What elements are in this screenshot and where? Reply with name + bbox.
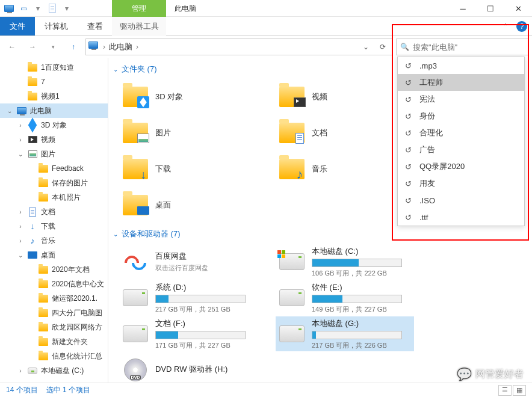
sidebar-item[interactable]: 2020年文档 bbox=[0, 262, 108, 277]
folder-tile[interactable]: 桌面 bbox=[119, 188, 258, 223]
folder-tile[interactable]: 图片 bbox=[119, 115, 258, 150]
ribbon-expand-icon[interactable]: ⌃ bbox=[497, 18, 514, 35]
search-box[interactable]: 🔍 bbox=[396, 38, 528, 55]
sidebar-item-label: 本机照片 bbox=[52, 192, 81, 203]
pc-icon bbox=[17, 106, 26, 115]
tree-toggle-icon[interactable]: ⌄ bbox=[17, 151, 24, 158]
view-details-button[interactable]: ☰ bbox=[498, 385, 512, 396]
folder-tile[interactable]: ♪ 音乐 bbox=[276, 152, 414, 186]
drive-tile[interactable]: 系统 (D:) 217 GB 可用，共 251 GB bbox=[119, 280, 258, 315]
sidebar-item-label: 此电脑 bbox=[30, 106, 52, 116]
sidebar-item[interactable]: › 文档 bbox=[0, 205, 108, 219]
folder-icon bbox=[39, 164, 48, 173]
search-icon: 🔍 bbox=[400, 43, 409, 51]
qat-pin-icon[interactable]: ▭ bbox=[17, 2, 30, 15]
nav-sidebar[interactable]: 1百度知道 7 视频1 ⌄ 此电脑 › 3D 对象 › 视频 ⌄ 图片 Feed… bbox=[0, 58, 108, 383]
search-history-popup[interactable]: ↺ .mp3 ↺ 工程师 ↺ 宪法 ↺ 身份 ↺ 合理化 ↺ 广告 ↺ QQ录屏… bbox=[397, 57, 525, 226]
folder-tile[interactable]: ↓ 下载 bbox=[119, 152, 258, 186]
forward-button[interactable]: → bbox=[24, 38, 41, 55]
address-dropdown[interactable]: ⌄ bbox=[359, 40, 373, 54]
sidebar-item[interactable]: 欣龙园区网络方 bbox=[0, 320, 108, 334]
minimize-button[interactable]: ─ bbox=[449, 0, 477, 17]
sidebar-item[interactable]: › 视频 bbox=[0, 132, 108, 147]
tab-view[interactable]: 查看 bbox=[78, 17, 113, 35]
sidebar-item-this-pc[interactable]: ⌄ 此电脑 bbox=[0, 103, 108, 118]
drive-tile[interactable]: 本地磁盘 (C:) 106 GB 可用，共 222 GB bbox=[276, 244, 414, 279]
view-tiles-button[interactable]: ▦ bbox=[513, 385, 526, 396]
search-history-item[interactable]: ↺ 用友 bbox=[398, 175, 524, 192]
search-history-item[interactable]: ↺ 宪法 bbox=[398, 91, 524, 108]
group-header-drives[interactable]: ⌄ 设备和驱动器 (7) bbox=[113, 229, 526, 239]
folder-tile[interactable]: 视频 bbox=[276, 79, 414, 114]
folder-tile[interactable]: 文档 bbox=[276, 115, 414, 150]
sidebar-item[interactable]: 2020信息中心文 bbox=[0, 277, 108, 291]
drive-tile-dvd[interactable]: DVD DVD RW 驱动器 (H:) bbox=[119, 352, 258, 383]
tile-label: 本地磁盘 (G:) bbox=[312, 318, 412, 329]
folder-icon bbox=[39, 192, 48, 202]
sidebar-item[interactable]: Feedback bbox=[0, 161, 108, 176]
tree-collapse-icon[interactable]: ⌄ bbox=[6, 108, 13, 114]
search-history-item[interactable]: ↺ .ttf bbox=[398, 209, 524, 226]
tile-freespace: 171 GB 可用，共 227 GB bbox=[155, 341, 255, 350]
sidebar-item[interactable]: 视频1 bbox=[0, 89, 108, 103]
tree-toggle-icon[interactable]: › bbox=[17, 122, 24, 129]
tree-toggle-icon[interactable]: ⌄ bbox=[17, 252, 24, 259]
sidebar-item[interactable]: 信息化统计汇总 bbox=[0, 349, 108, 363]
usage-bar bbox=[312, 331, 402, 339]
tile-subtitle: 双击运行百度网盘 bbox=[155, 263, 255, 272]
sidebar-item-label: 视频 bbox=[41, 135, 55, 145]
qat-dropdown-icon[interactable]: ▾ bbox=[31, 2, 45, 15]
tree-toggle-icon[interactable]: › bbox=[17, 238, 24, 244]
sidebar-item[interactable]: ⌄ 桌面 bbox=[0, 248, 108, 262]
history-label: .ttf bbox=[419, 213, 428, 222]
search-history-item[interactable]: ↺ 身份 bbox=[398, 108, 524, 125]
recent-locations-dropdown[interactable]: ▾ bbox=[45, 38, 61, 55]
search-input[interactable] bbox=[413, 43, 524, 52]
sidebar-item[interactable]: 新建文件夹 bbox=[0, 334, 108, 349]
drive-tile[interactable]: 文档 (F:) 171 GB 可用，共 227 GB bbox=[119, 316, 258, 351]
address-bar[interactable]: › 此电脑 › ⌄ ⟳ bbox=[85, 38, 392, 55]
search-history-item[interactable]: ↺ 合理化 bbox=[398, 125, 524, 141]
sidebar-item[interactable]: 储运部2020.1. bbox=[0, 291, 108, 306]
search-history-item[interactable]: ↺ .ISO bbox=[398, 192, 524, 209]
search-history-item[interactable]: ↺ 工程师 bbox=[398, 74, 524, 91]
qat-overflow-icon[interactable]: ▾ bbox=[60, 2, 73, 15]
history-label: 身份 bbox=[419, 111, 435, 122]
close-button[interactable]: ✕ bbox=[504, 0, 532, 17]
sidebar-item[interactable]: › ♪ 音乐 bbox=[0, 233, 108, 248]
help-icon[interactable]: ? bbox=[516, 21, 527, 32]
search-history-item[interactable]: ↺ QQ录屏2020 bbox=[398, 158, 524, 175]
sidebar-item[interactable]: ⌄ 图片 bbox=[0, 147, 108, 161]
sidebar-item[interactable]: 四大分厂电脑图 bbox=[0, 306, 108, 320]
sidebar-item[interactable]: › 3D 对象 bbox=[0, 118, 108, 132]
sidebar-item[interactable]: 保存的图片 bbox=[0, 176, 108, 190]
refresh-button[interactable]: ⟳ bbox=[376, 40, 389, 54]
tree-toggle-icon[interactable]: › bbox=[17, 223, 24, 230]
sidebar-item[interactable]: 1百度知道 bbox=[0, 60, 108, 75]
maximize-button[interactable]: ☐ bbox=[477, 0, 504, 17]
search-history-item[interactable]: ↺ .mp3 bbox=[398, 57, 524, 74]
tree-toggle-icon[interactable]: › bbox=[17, 209, 24, 215]
search-history-item[interactable]: ↺ 广告 bbox=[398, 141, 524, 158]
sidebar-item[interactable]: › ↓ 下载 bbox=[0, 219, 108, 233]
sidebar-item[interactable]: › 本地磁盘 (C:) bbox=[0, 363, 108, 378]
back-button[interactable]: ← bbox=[4, 38, 20, 55]
drive-tile-baidu[interactable]: 百度网盘 双击运行百度网盘 bbox=[119, 244, 258, 279]
sidebar-item[interactable]: 7 bbox=[0, 75, 108, 89]
drive-tile[interactable]: 本地磁盘 (G:) 217 GB 可用，共 226 GB bbox=[276, 316, 414, 351]
tile-label: 下载 bbox=[155, 164, 171, 174]
tab-file[interactable]: 文件 bbox=[0, 17, 35, 35]
tab-drive-tools[interactable]: 驱动器工具 bbox=[112, 17, 166, 36]
breadcrumb[interactable]: 此电脑 bbox=[109, 42, 132, 52]
drive-tile[interactable]: 软件 (E:) 149 GB 可用，共 227 GB bbox=[276, 280, 414, 315]
doc-icon bbox=[278, 119, 306, 147]
tree-toggle-icon[interactable]: › bbox=[17, 368, 24, 374]
folder-tile[interactable]: 3D 对象 bbox=[119, 79, 258, 114]
history-label: 工程师 bbox=[419, 77, 443, 88]
tree-toggle-icon[interactable]: › bbox=[17, 137, 24, 143]
qat-doc-icon[interactable] bbox=[46, 2, 59, 15]
tab-computer[interactable]: 计算机 bbox=[35, 17, 78, 35]
sidebar-item[interactable]: 本机照片 bbox=[0, 190, 108, 205]
qat-pc-icon[interactable] bbox=[2, 2, 16, 15]
up-button[interactable]: ↑ bbox=[65, 38, 82, 55]
